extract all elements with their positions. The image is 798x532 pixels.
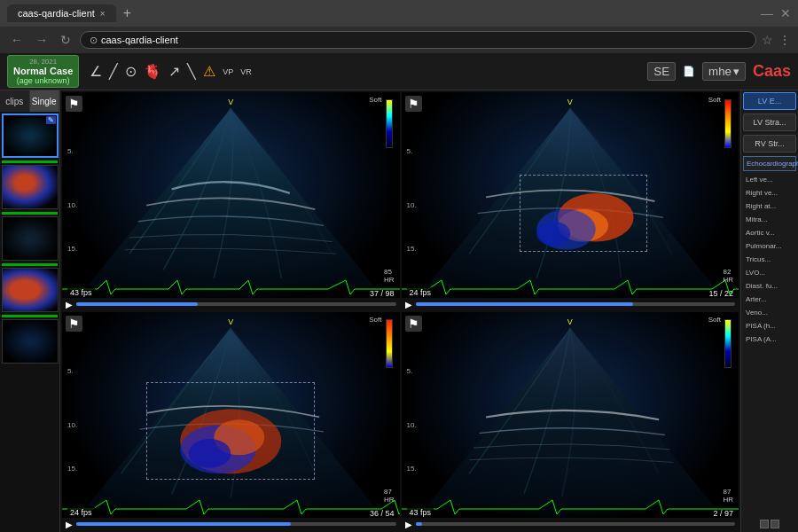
rv-strain-btn[interactable]: RV Str... xyxy=(743,135,796,153)
fps-1: 43 fps xyxy=(67,287,95,298)
video-bg-3: 5. 10. 15. V Soft ⚑ 87HR xyxy=(62,312,400,530)
echo-item-12[interactable]: PISA (A... xyxy=(743,333,796,345)
depth-15-3: 15. xyxy=(67,465,77,473)
bookmark-4[interactable]: ⚑ xyxy=(405,316,422,332)
lv-strain-btn[interactable]: LV Stra... xyxy=(743,113,796,131)
echo-item-9[interactable]: Arter... xyxy=(743,293,796,305)
svg-point-10 xyxy=(189,439,231,468)
scroll-box-1[interactable] xyxy=(760,520,769,528)
left-sidebar: clips Single ✎ xyxy=(0,90,60,532)
frame-1: 37 / 98 xyxy=(370,289,395,298)
address-input[interactable]: ⊙ caas-qardia-client xyxy=(80,31,756,49)
thumb-5[interactable] xyxy=(2,319,59,364)
play-btn-2[interactable]: ▶ xyxy=(405,300,412,309)
v-label-2: V xyxy=(567,98,573,106)
active-tab[interactable]: caas-qardia-client × xyxy=(7,4,116,22)
hr-1: 85HR xyxy=(384,268,395,284)
echo-item-3[interactable]: Mitra... xyxy=(743,214,796,225)
tab-clips[interactable]: clips xyxy=(0,90,30,112)
video-panel-2[interactable]: 5. 10. 15. V Soft ⚑ 82HR 24 fps 15 / 22 xyxy=(402,92,739,310)
play-btn-1[interactable]: ▶ xyxy=(66,300,73,309)
depth-15-1: 15. xyxy=(67,245,77,253)
bookmark-icon[interactable]: ☆ xyxy=(762,33,773,47)
echo-item-5[interactable]: Pulmonar... xyxy=(743,240,796,252)
echo-item-1[interactable]: Right ve... xyxy=(743,187,796,199)
video-bg-4: 5. 10. 15. V Soft ⚑ 87HR xyxy=(402,312,739,530)
sidebar-tabs: clips Single xyxy=(0,90,59,112)
doc-icon[interactable]: 📄 xyxy=(683,66,695,77)
thumb-3[interactable] xyxy=(2,216,59,261)
toolbar-left: 28, 2021 Normal Case (age unknown) ∠ ╱ ⊙… xyxy=(7,55,252,88)
ecg-3 xyxy=(62,498,400,518)
bookmark-1[interactable]: ⚑ xyxy=(66,96,82,112)
progress-track-4[interactable] xyxy=(416,522,736,526)
echo-item-10[interactable]: Veno... xyxy=(743,307,796,318)
echo-item-7[interactable]: LVO... xyxy=(743,267,796,278)
svg-marker-1 xyxy=(426,108,713,286)
tool-vr[interactable]: VR xyxy=(240,67,252,76)
tool-ellipse[interactable]: ⊙ xyxy=(125,63,137,80)
fps-label-2: fps xyxy=(420,288,431,297)
browser-close[interactable]: ✕ xyxy=(780,6,791,20)
soft-label-2: Soft xyxy=(708,96,721,104)
tool-trace[interactable]: 🫀 xyxy=(144,63,161,80)
video-panel-1[interactable]: 5. 10. 15. V Soft ⚑ xyxy=(62,92,400,310)
echo-item-0[interactable]: Left ve... xyxy=(743,174,796,185)
echo-item-2[interactable]: Right at... xyxy=(743,200,796,212)
progress-2: ▶ xyxy=(402,298,739,310)
tool-line[interactable]: ╲ xyxy=(187,63,196,80)
refresh-btn[interactable]: ↻ xyxy=(57,31,74,49)
video-panel-3[interactable]: 5. 10. 15. V Soft ⚑ 87HR 24 fps 36 / 54 xyxy=(62,312,400,530)
ecg-2 xyxy=(402,278,739,298)
bookmark-2[interactable]: ⚑ xyxy=(405,96,422,112)
svg-marker-11 xyxy=(426,328,713,505)
echo-item-11[interactable]: PISA (h... xyxy=(743,320,796,332)
tab-bar: caas-qardia-client × + — ✕ xyxy=(0,0,798,27)
progress-track-3[interactable] xyxy=(76,522,396,526)
progress-track-1[interactable] xyxy=(76,302,396,306)
echo-section: Echocardiograph... xyxy=(743,156,796,171)
echo-item-8[interactable]: Diast. fu... xyxy=(743,280,796,292)
browser-minimize[interactable]: — xyxy=(761,6,773,20)
tool-angle[interactable]: ∠ xyxy=(90,63,102,80)
thumb-green-bar-3 xyxy=(2,263,58,266)
lv-ef-btn[interactable]: LV E... xyxy=(743,92,796,110)
new-tab-btn[interactable]: + xyxy=(123,5,131,21)
bookmark-3[interactable]: ⚑ xyxy=(66,316,82,332)
fps-label-4: fps xyxy=(420,508,431,517)
progress-track-2[interactable] xyxy=(416,302,736,306)
settings-icon[interactable]: ⋮ xyxy=(778,33,791,47)
back-btn[interactable]: ← xyxy=(7,31,27,49)
play-btn-3[interactable]: ▶ xyxy=(66,520,73,529)
video-panel-4[interactable]: 5. 10. 15. V Soft ⚑ 87HR 43 fps 2 / 97 xyxy=(402,312,739,530)
echo-item-4[interactable]: Aortic v... xyxy=(743,227,796,239)
depth-15-4: 15. xyxy=(407,465,417,473)
tool-measure[interactable]: ╱ xyxy=(109,63,118,80)
thumb-2[interactable] xyxy=(2,165,59,209)
ecg-1 xyxy=(62,278,400,298)
tool-arrow[interactable]: ↗ xyxy=(168,63,180,80)
thumb-4[interactable] xyxy=(2,268,59,312)
thumb-1[interactable]: ✎ xyxy=(2,113,59,158)
se-button[interactable]: SE xyxy=(647,62,676,81)
depth-10-4: 10. xyxy=(407,421,417,429)
fps-3: 24 fps xyxy=(67,507,95,518)
echo-item-6[interactable]: Tricus... xyxy=(743,254,796,265)
patient-name: Normal Case xyxy=(13,66,73,76)
progress-fill-3 xyxy=(76,522,291,526)
mhe-button[interactable]: mhe ▾ xyxy=(702,62,746,81)
tab-close-btn[interactable]: × xyxy=(100,9,106,19)
scroll-indicators xyxy=(741,516,798,532)
forward-btn[interactable]: → xyxy=(32,31,51,49)
scroll-box-2[interactable] xyxy=(771,520,779,528)
v-label-1: V xyxy=(228,98,233,106)
frame-4: 2 / 97 xyxy=(713,509,733,518)
play-btn-4[interactable]: ▶ xyxy=(405,520,412,529)
colormap-4 xyxy=(724,319,732,368)
right-panel: LV E... LV Stra... RV Str... Echocardiog… xyxy=(740,90,798,532)
tool-vp[interactable]: VP xyxy=(223,67,233,76)
tab-single[interactable]: Single xyxy=(30,90,60,112)
browser-chrome: caas-qardia-client × + — ✕ ← → ↻ ⊙ caas-… xyxy=(0,0,798,53)
soft-label-1: Soft xyxy=(369,96,381,104)
sidebar-thumbnails: ✎ xyxy=(0,112,59,532)
